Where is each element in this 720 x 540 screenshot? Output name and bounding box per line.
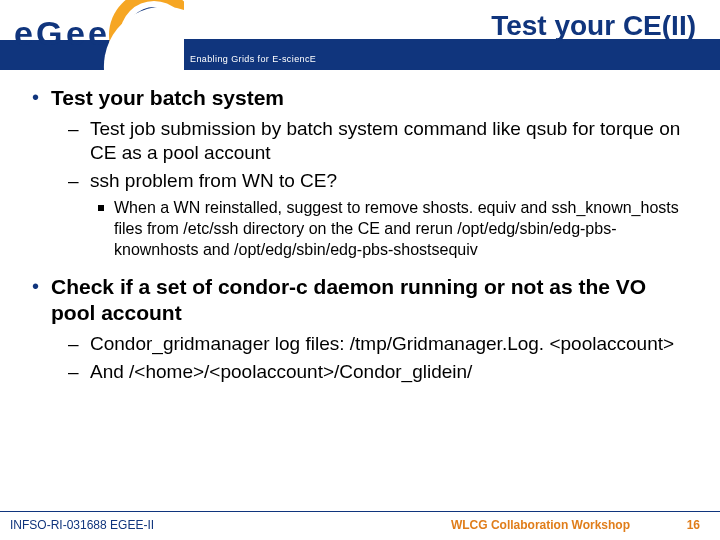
bullet-list: • Test your batch system – Test job subm…: [32, 85, 696, 384]
bullet-text: Check if a set of condor-c daemon runnin…: [51, 274, 696, 326]
slide-title: Test your CE(II): [491, 10, 696, 42]
list-item: • Test your batch system – Test job subm…: [32, 85, 696, 260]
page-number: 16: [687, 518, 700, 532]
footer-center: WLCG Collaboration Workshop: [451, 518, 630, 532]
slide-footer: INFSO-RI-031688 EGEE-II WLCG Collaborati…: [0, 512, 720, 532]
list-item: – ssh problem from WN to CE? When a WN r…: [68, 169, 696, 260]
logo-text: e: [14, 14, 33, 52]
slide-body: • Test your batch system – Test job subm…: [32, 85, 696, 398]
sub-bullet-text: Condor_gridmanager log files: /tmp/Gridm…: [90, 332, 674, 356]
dash-icon: –: [68, 117, 80, 141]
list-item: – Condor_gridmanager log files: /tmp/Gri…: [68, 332, 696, 356]
sub-sub-bullet-text: When a WN reinstalled, suggest to remove…: [114, 197, 696, 260]
list-item: – And /<home>/<poolaccount>/Condor_glide…: [68, 360, 696, 384]
slide: Test your CE(II) Enabling Grids for E-sc…: [0, 0, 720, 540]
logo-text: e: [88, 14, 107, 52]
bullet-icon: •: [32, 274, 39, 298]
sub-bullet-text: And /<home>/<poolaccount>/Condor_glidein…: [90, 360, 472, 384]
sub-bullet-text: ssh problem from WN to CE?: [90, 169, 337, 193]
sub-bullet-text: Test job submission by batch system comm…: [90, 117, 696, 165]
sub-sub-list: When a WN reinstalled, suggest to remove…: [98, 197, 696, 260]
logo-text: e: [66, 14, 85, 52]
list-item: • Check if a set of condor-c daemon runn…: [32, 274, 696, 384]
header-tagline: Enabling Grids for E-sciencE: [190, 54, 316, 64]
dash-icon: –: [68, 169, 80, 193]
slide-header: Test your CE(II) Enabling Grids for E-sc…: [0, 0, 720, 70]
egee-logo: e G e e: [4, 0, 184, 70]
dash-icon: –: [68, 360, 80, 384]
bullet-text: Test your batch system: [51, 85, 284, 111]
egee-logo-svg: e G e e: [4, 0, 184, 70]
list-item: – Test job submission by batch system co…: [68, 117, 696, 165]
bullet-icon: •: [32, 85, 39, 109]
square-icon: [98, 205, 104, 211]
footer-left: INFSO-RI-031688 EGEE-II: [10, 518, 154, 532]
sub-list: – Condor_gridmanager log files: /tmp/Gri…: [68, 332, 696, 384]
sub-list: – Test job submission by batch system co…: [68, 117, 696, 260]
list-item: When a WN reinstalled, suggest to remove…: [98, 197, 696, 260]
dash-icon: –: [68, 332, 80, 356]
footer-line: [0, 511, 720, 512]
logo-text: G: [36, 14, 62, 52]
